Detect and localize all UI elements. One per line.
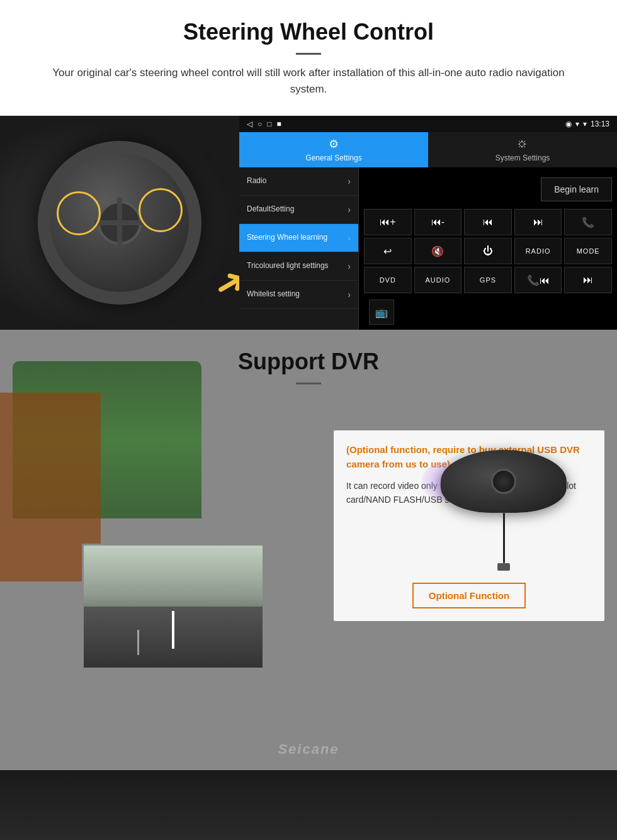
steering-wheel-image: ➜ [0,116,239,330]
steering-wheel [38,141,201,305]
wifi-icon: ▾ [575,120,579,128]
whitelist-row: 📺 [364,293,612,325]
dvr-preview-thumbnail [82,544,264,669]
menu-item-steering-wheel[interactable]: Steering Wheel learning › [239,224,358,252]
menu-item-tricoloured[interactable]: Tricoloured light settings › [239,252,358,281]
ctrl-phone-prev[interactable]: 📞⏮ [514,267,562,293]
home-icon: ○ [258,120,262,128]
camera-cable [503,513,505,563]
tv-icon: 📺 [375,306,388,318]
begin-learn-button[interactable]: Begin learn [541,177,612,201]
ctrl-vol-up[interactable]: ⏮+ [364,209,412,235]
optional-function-container: Optional Function [346,583,592,608]
menu-item-defaultsetting-label: DefaultSetting [247,204,294,215]
statusbar-nav-icons: ◁ ○ □ ■ [247,120,281,128]
menu-item-tricoloured-label: Tricoloured light settings [247,261,329,271]
tab-general-label: General Settings [305,154,361,162]
tab-general-settings[interactable]: ⚙ General Settings [239,132,428,167]
dvr-title-area: Support DVR [0,330,617,398]
android-statusbar: ◁ ○ □ ■ ◉ ▾ ▾ 13:13 [239,116,617,132]
signal-icon: ▾ [583,120,587,128]
optional-function-button[interactable]: Optional Function [412,583,526,608]
road-center-line [172,611,174,649]
system-icon: ⛭ [517,138,528,151]
dvr-title: Support DVR [25,349,592,375]
menu-item-radio-label: Radio [247,176,266,186]
control-row-3: DVD AUDIO GPS 📞⏮ ⏭ [364,267,612,293]
menu-icon: ■ [277,120,281,128]
control-row-2: ↩ 🔇 ⏻ RADIO MODE [364,238,612,264]
control-row-1: ⏮+ ⏮- ⏮ ⏭ 📞 [364,209,612,235]
android-tabs[interactable]: ⚙ General Settings ⛭ System Settings [239,132,617,167]
section-subtitle: Your original car's steering wheel contr… [50,65,567,97]
ctrl-dvd[interactable]: DVD [364,267,412,293]
ctrl-gps[interactable]: GPS [464,267,512,293]
control-buttons-grid: ⏮+ ⏮- ⏮ ⏭ 📞 ↩ 🔇 ⏻ RADIO MODE [364,209,612,293]
menu-item-steering-label: Steering Wheel learning [247,233,327,243]
control-panel: Begin learn ⏮+ ⏮- ⏮ ⏭ 📞 ↩ 🔇 [359,167,617,330]
camera-usb-connector [497,563,510,571]
chevron-right-icon: › [348,204,351,215]
chevron-right-icon: › [348,289,351,300]
begin-learn-area: Begin learn [364,172,612,209]
ctrl-mute[interactable]: 🔇 [414,238,462,264]
highlight-circle-right [139,188,183,232]
recent-icon: □ [267,120,271,128]
tab-system-settings[interactable]: ⛭ System Settings [428,132,617,167]
whitelist-icon-box: 📺 [369,300,394,325]
android-content-area: Radio › DefaultSetting › Steering Wheel … [239,167,617,330]
gear-icon: ⚙ [329,137,339,151]
menu-item-radio[interactable]: Radio › [239,167,358,196]
ctrl-phone[interactable]: 📞 [564,209,612,235]
chevron-right-icon: › [348,261,351,271]
ctrl-power[interactable]: ⏻ [464,238,512,264]
arrow-indicator: ➜ [205,255,239,310]
dvr-divider [296,383,321,384]
camera-body [441,450,567,513]
seicane-logo: Seicane [278,741,339,758]
android-ui-panel: ◁ ○ □ ■ ◉ ▾ ▾ 13:13 ⚙ General Settings ⛭… [239,116,617,330]
wheel-hub [98,201,142,245]
dvr-section: Support DVR (Optional function, require … [0,330,617,770]
ctrl-next-track[interactable]: ⏭ [514,209,562,235]
dashboard-area [0,770,617,840]
statusbar-info: ◉ ▾ ▾ 13:13 [565,120,609,128]
ctrl-mode[interactable]: MODE [564,238,612,264]
highlight-circle-left [57,191,101,235]
steering-demo-area: ➜ ◁ ○ □ ■ ◉ ▾ ▾ 13:13 ⚙ General Settings [0,116,617,330]
gps-icon: ◉ [565,120,572,128]
page-title: Steering Wheel Control [25,19,592,45]
chevron-right-icon: › [348,176,351,186]
back-icon: ◁ [247,120,252,128]
tab-system-label: System Settings [495,154,550,162]
steering-section-header: Steering Wheel Control Your original car… [0,0,617,116]
ctrl-back[interactable]: ↩ [364,238,412,264]
ctrl-phone-next[interactable]: ⏭ [564,267,612,293]
camera-lens [491,469,516,494]
dvr-preview-image [84,546,263,668]
ctrl-prev-track[interactable]: ⏮ [464,209,512,235]
dvr-camera-image [441,450,567,571]
ctrl-radio[interactable]: RADIO [514,238,562,264]
settings-menu-list: Radio › DefaultSetting › Steering Wheel … [239,167,359,330]
dvr-info-box: (Optional function, require to buy exter… [334,430,604,621]
menu-item-defaultsetting[interactable]: DefaultSetting › [239,196,358,224]
chevron-right-icon: › [348,233,351,243]
title-divider [296,53,321,55]
ctrl-audio[interactable]: AUDIO [414,267,462,293]
statusbar-time: 13:13 [591,120,609,128]
menu-item-whitelist[interactable]: Whitelist setting › [239,281,358,309]
menu-item-whitelist-label: Whitelist setting [247,289,300,300]
ctrl-vol-down[interactable]: ⏮- [414,209,462,235]
